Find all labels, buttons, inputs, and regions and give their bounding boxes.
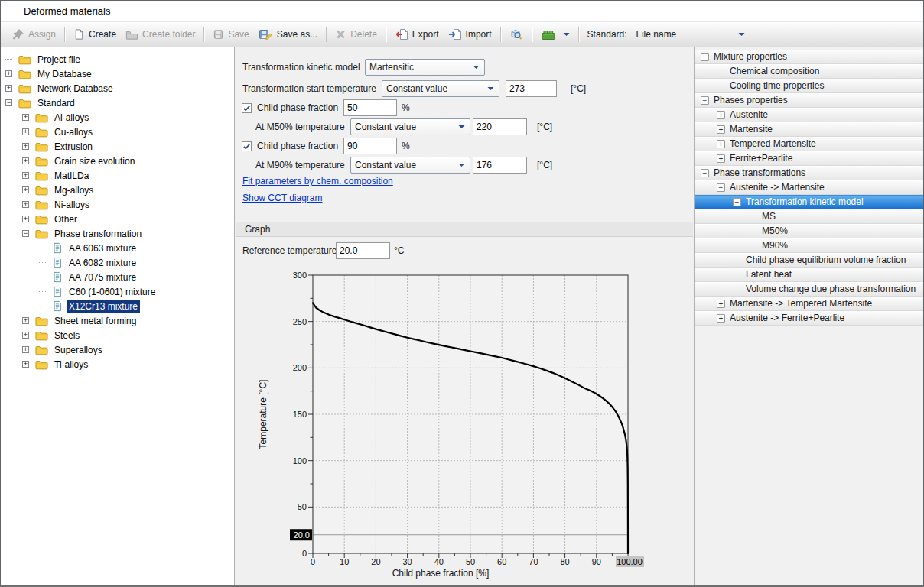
expand-plus-icon[interactable]: + — [22, 201, 29, 208]
expand-plus-icon[interactable]: + — [717, 125, 725, 134]
expand-plus-icon[interactable]: + — [5, 70, 12, 77]
collapse-minus-icon[interactable]: − — [701, 96, 709, 105]
nav-item-child-phase-equilibrium-volume-fraction[interactable]: Child phase equilibrium volume fraction — [695, 253, 924, 268]
expand-plus-icon[interactable]: + — [22, 157, 29, 164]
material-brick-button[interactable] — [536, 27, 574, 43]
reference-temp-label: Reference temperature — [242, 245, 336, 256]
show-cct-diagram-link[interactable]: Show CCT diagram — [242, 193, 322, 203]
child-phase-fraction-50-checkbox[interactable] — [242, 103, 252, 113]
tree-item-mg-alloys[interactable]: +Mg-alloys — [1, 183, 234, 197]
expand-plus-icon[interactable]: + — [22, 361, 29, 368]
expand-plus-icon[interactable]: + — [22, 346, 29, 353]
collapse-minus-icon[interactable]: − — [701, 53, 709, 61]
nav-item-chemical-composition[interactable]: Chemical composition — [695, 64, 924, 79]
nav-item-cooling-time-properties[interactable]: Cooling time properties — [695, 79, 924, 93]
nav-item-austenite[interactable]: +Austenite — [695, 108, 924, 122]
expand-plus-icon[interactable]: + — [22, 216, 29, 222]
nav-item-label: Latent heat — [746, 268, 792, 281]
expand-plus-icon[interactable]: + — [22, 172, 29, 179]
nav-item-transformation-kinetic-model[interactable]: −Transformation kinetic model — [695, 195, 924, 209]
nav-item-latent-heat[interactable]: Latent heat — [695, 268, 924, 282]
tree-item-aa-7075-mixture[interactable]: AA 7075 mixture — [1, 270, 234, 284]
tree-item-my-database[interactable]: +My Database — [1, 66, 234, 81]
tree-item-c60-1-0601-mixture[interactable]: C60 (1-0601) mixture — [1, 284, 234, 299]
expand-plus-icon[interactable]: + — [22, 143, 29, 150]
new-folder-button[interactable]: Create folder — [121, 27, 200, 43]
pin-button[interactable]: Assign — [7, 26, 60, 43]
collapse-minus-icon[interactable]: − — [733, 198, 741, 206]
collapse-minus-icon[interactable]: − — [717, 183, 725, 192]
nav-item-ferrite-pearlite[interactable]: +Ferrite+Pearlite — [695, 151, 924, 166]
nav-item-phase-transformations[interactable]: −Phase transformations — [695, 166, 924, 180]
tree-item-ni-alloys[interactable]: +Ni-alloys — [1, 197, 234, 212]
expand-plus-icon[interactable]: + — [717, 154, 725, 163]
tree-item-ti-alloys[interactable]: +Ti-alloys — [1, 357, 234, 371]
tree-item-x12cr13-mixture[interactable]: X12Cr13 mixture — [1, 299, 234, 313]
preview-button[interactable] — [505, 26, 528, 43]
collapse-minus-icon[interactable]: − — [5, 99, 12, 106]
nav-item-tempered-martensite[interactable]: +Tempered Martensite — [695, 137, 924, 151]
tree-item-standard[interactable]: −Standard — [1, 96, 234, 110]
collapse-minus-icon[interactable]: − — [701, 169, 709, 177]
new-document-button[interactable]: Create — [69, 26, 121, 43]
nav-item-m90-[interactable]: M90% — [695, 238, 924, 253]
tree-item-other[interactable]: +Other — [1, 212, 234, 226]
start-temp-mode-select[interactable]: Constant value — [382, 80, 499, 97]
expand-plus-icon[interactable]: + — [717, 300, 725, 308]
expand-plus-icon[interactable]: + — [22, 128, 29, 135]
nav-item-austenite-martensite[interactable]: −Austenite -> Martensite — [695, 180, 924, 195]
collapse-minus-icon[interactable]: − — [22, 230, 29, 237]
delete-button[interactable]: Delete — [330, 26, 382, 43]
tree-item-extrusion[interactable]: +Extrusion — [1, 139, 234, 154]
nav-item-martensite[interactable]: +Martensite — [695, 122, 924, 137]
m50-fraction-input[interactable] — [343, 99, 397, 116]
reference-temp-input[interactable] — [336, 242, 390, 259]
nav-item-mixture-properties[interactable]: −Mixture properties — [695, 50, 924, 64]
m50-temp-input[interactable] — [473, 118, 527, 135]
expand-plus-icon[interactable]: + — [717, 140, 725, 148]
tree-item-grain-size-evolution[interactable]: +Grain size evolution — [1, 154, 234, 168]
nav-item-volume-change-due-phase-transformation[interactable]: Volume change due phase transformation — [695, 282, 924, 297]
nav-item-label: Martensite -> Tempered Martensite — [730, 297, 872, 310]
tree-item-superalloys[interactable]: +Superalloys — [1, 342, 234, 357]
expand-plus-icon[interactable]: + — [22, 332, 29, 339]
tree-item-steels[interactable]: +Steels — [1, 328, 234, 342]
expand-plus-icon[interactable]: + — [717, 111, 725, 119]
child-phase-fraction-90-checkbox[interactable] — [242, 141, 252, 151]
tree-item-phase-transformation[interactable]: −Phase transformation — [1, 226, 234, 241]
folder-icon — [35, 199, 48, 210]
m90-temp-mode-select[interactable]: Constant value — [350, 157, 470, 174]
tree-item-matilda[interactable]: +MatILDa — [1, 168, 234, 183]
nav-item-ms[interactable]: MS — [695, 209, 924, 224]
tree-item-cu-alloys[interactable]: +Cu-alloys — [1, 125, 234, 139]
tree-item-project-file[interactable]: Project file — [1, 52, 234, 66]
standard-label: Standard: — [587, 29, 627, 40]
tree-item-network-database[interactable]: +Network Database — [1, 81, 234, 96]
tree-item-al-alloys[interactable]: +Al-alloys — [1, 110, 234, 125]
nav-item-m50-[interactable]: M50% — [695, 224, 924, 238]
m90-fraction-input[interactable] — [343, 138, 397, 154]
kinetic-model-select[interactable]: Martensitic — [365, 59, 485, 76]
expand-plus-icon[interactable]: + — [22, 114, 29, 121]
nav-item-austenite-ferrite-pearlite[interactable]: +Austenite -> Ferrite+Pearlite — [695, 311, 924, 326]
toolbar-button-label: Delete — [350, 29, 377, 40]
standard-file-select[interactable]: File name — [633, 28, 748, 41]
start-temp-input[interactable] — [506, 80, 557, 97]
import-button[interactable]: Import — [444, 26, 496, 43]
nav-item-martensite-tempered-martensite[interactable]: +Martensite -> Tempered Martensite — [695, 297, 924, 311]
expand-plus-icon[interactable]: + — [22, 186, 29, 193]
tree-item-aa-6063-mixture[interactable]: AA 6063 mixture — [1, 241, 234, 255]
m50-temp-mode-select[interactable]: Constant value — [350, 118, 470, 135]
export-button[interactable]: Export — [390, 26, 444, 43]
expand-plus-icon[interactable]: + — [717, 314, 725, 323]
tree-item-aa-6082-mixture[interactable]: AA 6082 mixture — [1, 255, 234, 270]
expand-plus-icon[interactable]: + — [5, 85, 12, 92]
save-button[interactable]: Save — [208, 26, 253, 43]
m90-temp-input[interactable] — [473, 157, 527, 174]
nav-item-phases-properties[interactable]: −Phases properties — [695, 93, 924, 108]
folder-icon — [35, 185, 48, 196]
save-as-button[interactable]: Save as... — [254, 26, 322, 43]
fit-parameters-link[interactable]: Fit parameters by chem. composition — [242, 176, 393, 186]
tree-item-sheet-metal-forming[interactable]: +Sheet metal forming — [1, 313, 234, 328]
expand-plus-icon[interactable]: + — [22, 317, 29, 324]
